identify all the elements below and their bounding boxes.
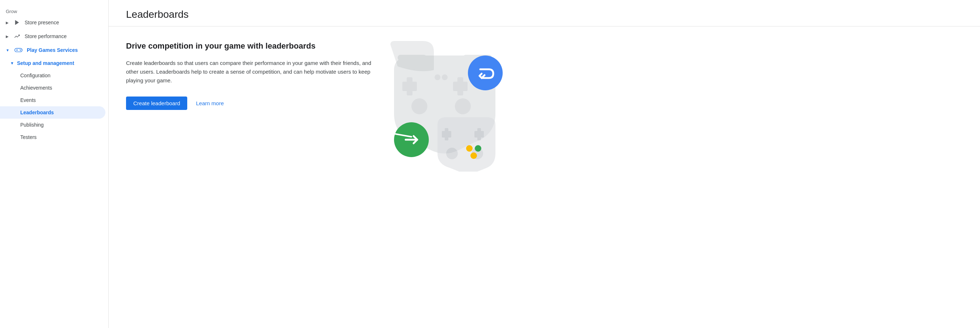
events-label: Events	[20, 97, 36, 103]
svg-rect-10	[453, 82, 468, 91]
svg-point-28	[471, 152, 477, 159]
sidebar-item-label-store-presence: Store presence	[25, 19, 59, 26]
setup-management-section[interactable]: ▼ Setup and management	[0, 57, 108, 69]
page-header: Leaderboards	[109, 0, 980, 27]
svg-point-14	[434, 74, 441, 80]
publishing-label: Publishing	[20, 122, 44, 128]
leaderboards-label: Leaderboards	[20, 110, 54, 115]
sub-items-list: Configuration Achievements Events Leader…	[0, 69, 108, 143]
controller-svg	[387, 41, 503, 172]
configuration-label: Configuration	[20, 72, 50, 78]
action-buttons: Create leaderboard Learn more	[126, 96, 372, 110]
sidebar-item-label-play-games: Play Games Services	[27, 47, 78, 53]
svg-point-4	[19, 50, 20, 50]
expand-arrow-setup: ▼	[10, 61, 14, 65]
learn-more-button[interactable]: Learn more	[196, 100, 224, 106]
testers-label: Testers	[20, 134, 37, 140]
svg-point-27	[475, 145, 481, 152]
sidebar: Grow ▶ Store presence ▶ Store performanc…	[0, 0, 109, 328]
content-heading: Drive competition in your game with lead…	[126, 41, 372, 51]
illustration	[387, 41, 503, 172]
trending-icon	[14, 33, 20, 40]
gamepad-icon	[14, 47, 22, 53]
svg-point-24	[446, 148, 458, 159]
svg-rect-21	[442, 131, 451, 138]
expand-icon-store-performance: ▶	[6, 34, 9, 38]
svg-rect-8	[402, 82, 417, 91]
play-icon	[14, 19, 20, 26]
page-title: Leaderboards	[126, 9, 963, 20]
setup-management-label: Setup and management	[17, 60, 74, 66]
sidebar-item-publishing[interactable]: Publishing	[0, 118, 105, 131]
content-left: Drive competition in your game with lead…	[126, 41, 372, 110]
svg-rect-23	[474, 131, 484, 138]
sidebar-item-leaderboards[interactable]: Leaderboards	[0, 106, 105, 118]
content-body: Drive competition in your game with lead…	[109, 27, 980, 186]
svg-point-5	[21, 50, 21, 50]
expand-icon-store-presence: ▶	[6, 21, 9, 25]
grow-section-label: Grow	[0, 6, 108, 16]
content-description: Create leaderboards so that users can co…	[126, 59, 372, 85]
expand-icon-play-games: ▼	[6, 48, 10, 52]
svg-point-12	[455, 98, 471, 114]
sidebar-item-events[interactable]: Events	[0, 94, 105, 106]
svg-point-26	[466, 145, 473, 152]
sidebar-item-play-games-services[interactable]: ▼ Play Games Services	[0, 43, 105, 57]
svg-marker-0	[15, 20, 19, 25]
svg-point-6	[20, 50, 21, 51]
sidebar-item-achievements[interactable]: Achievements	[0, 82, 105, 94]
achievements-label: Achievements	[20, 85, 52, 91]
sidebar-item-configuration[interactable]: Configuration	[0, 69, 105, 82]
svg-point-13	[442, 74, 448, 80]
sidebar-item-label-store-performance: Store performance	[25, 34, 67, 39]
svg-point-17	[468, 56, 503, 90]
create-leaderboard-button[interactable]: Create leaderboard	[126, 96, 187, 110]
main-content: Leaderboards Drive competition in your g…	[109, 0, 980, 328]
sidebar-item-testers[interactable]: Testers	[0, 131, 105, 143]
sidebar-item-store-performance[interactable]: ▶ Store performance	[0, 29, 105, 43]
sidebar-item-store-presence[interactable]: ▶ Store presence	[0, 16, 105, 29]
svg-point-11	[411, 98, 427, 114]
